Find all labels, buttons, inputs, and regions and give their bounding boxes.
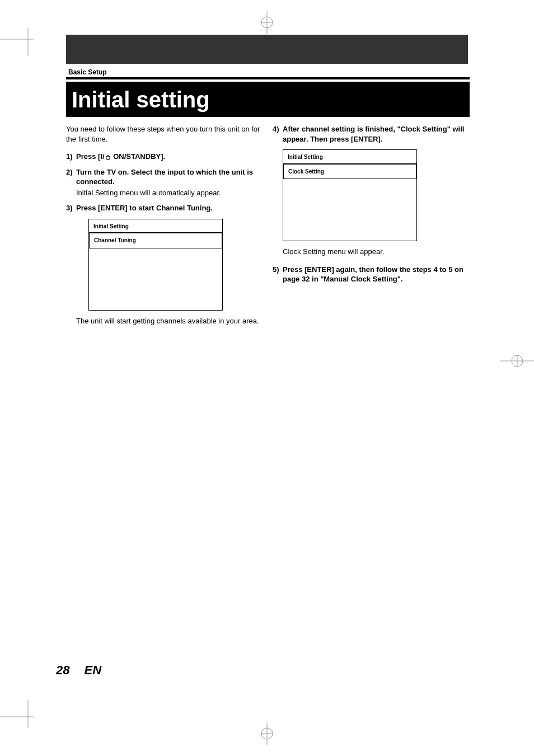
step-number: 3) [66,203,76,213]
step-number: 4) [273,124,283,144]
screen-title: Initial Setting [283,150,416,163]
page-footer: 28 EN [56,663,101,678]
step-3: 3) Press [ENTER] to start Channel Tuning… [66,203,261,213]
step-number: 5) [273,265,283,284]
step-text: Press [ENTER] again, then follow the ste… [283,265,468,284]
step-text: After channel setting is finished, "Cloc… [283,124,468,144]
content-columns: You need to follow these steps when you … [66,124,468,326]
screen-blank [89,248,222,310]
crop-mark-left-top [0,28,39,62]
section-label: Basic Setup [68,68,107,76]
left-column: You need to follow these steps when you … [66,124,261,326]
divider-thick [66,77,470,79]
screen-channel-tuning: Initial Setting Channel Tuning [88,219,223,311]
step-number: 2) [66,167,76,198]
screen-item: Channel Tuning [89,233,222,248]
right-column: 4) After channel setting is finished, "C… [273,124,468,326]
step-1: 1) Press [I/ ON/STANDBY]. [66,152,261,162]
step-text: Press [I/ ON/STANDBY]. [76,152,261,162]
screen-title: Initial Setting [89,219,222,233]
intro-text: You need to follow these steps when you … [66,124,261,144]
step-4: 4) After channel setting is finished, "C… [273,124,468,144]
page-title: Initial setting [72,87,210,112]
crop-mark-left-bottom [0,694,39,728]
after-text-2: Clock Setting menu will appear. [283,247,468,257]
step-text: Press [ENTER] to start Channel Tuning. [76,203,261,213]
step-text: Turn the TV on. Select the input to whic… [76,167,261,198]
crop-mark-right [500,347,534,375]
crop-mark-top [256,11,278,34]
power-icon [105,154,111,160]
step-5: 5) Press [ENTER] again, then follow the … [273,265,468,284]
crop-mark-bottom [256,722,278,745]
title-bar: Initial setting [66,82,470,117]
screen-item: Clock Setting [283,164,416,180]
after-text-1: The unit will start getting channels ava… [76,316,261,326]
page-lang: EN [85,663,102,677]
header-bar [66,35,468,64]
step-number: 1) [66,152,76,162]
page-number: 28 [56,663,69,677]
step-2: 2) Turn the TV on. Select the input to w… [66,167,261,198]
screen-clock-setting: Initial Setting Clock Setting [283,149,417,241]
screen-blank [283,179,416,241]
